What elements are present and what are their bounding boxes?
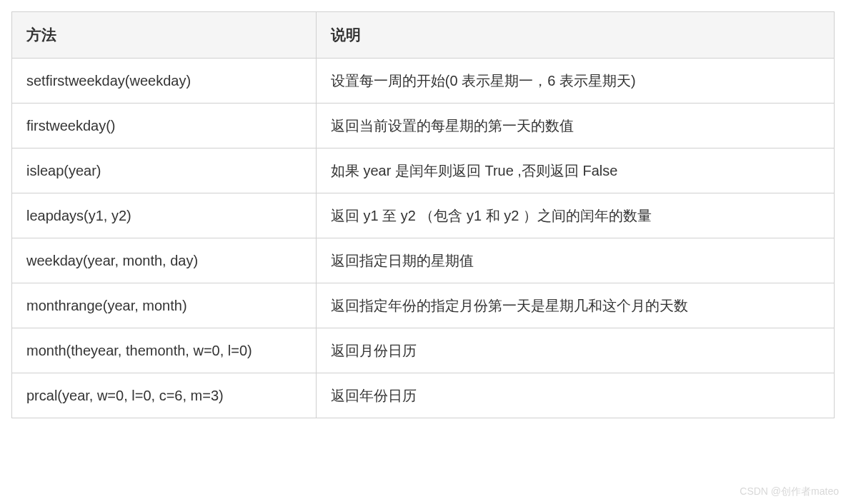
header-description: 说明	[316, 12, 834, 59]
cell-description: 如果 year 是闰年则返回 True ,否则返回 False	[316, 148, 834, 193]
cell-method: isleap(year)	[12, 148, 317, 193]
cell-description: 返回当前设置的每星期的第一天的数值	[316, 103, 834, 148]
table-row: setfirstweekday(weekday) 设置每一周的开始(0 表示星期…	[12, 58, 835, 103]
table-row: weekday(year, month, day) 返回指定日期的星期值	[12, 238, 835, 283]
cell-description: 设置每一周的开始(0 表示星期一，6 表示星期天)	[316, 58, 834, 103]
cell-method: month(theyear, themonth, w=0, l=0)	[12, 328, 317, 373]
methods-table: 方法 说明 setfirstweekday(weekday) 设置每一周的开始(…	[11, 11, 835, 418]
cell-description: 返回年份日历	[316, 373, 834, 418]
table-row: prcal(year, w=0, l=0, c=6, m=3) 返回年份日历	[12, 373, 835, 418]
watermark-text: CSDN @创作者mateo	[740, 485, 839, 498]
table-header-row: 方法 说明	[12, 12, 835, 59]
table-row: isleap(year) 如果 year 是闰年则返回 True ,否则返回 F…	[12, 148, 835, 193]
cell-method: weekday(year, month, day)	[12, 238, 317, 283]
cell-method: setfirstweekday(weekday)	[12, 58, 317, 103]
table-row: monthrange(year, month) 返回指定年份的指定月份第一天是星…	[12, 283, 835, 328]
cell-method: firstweekday()	[12, 103, 317, 148]
cell-method: leapdays(y1, y2)	[12, 193, 317, 238]
cell-description: 返回 y1 至 y2 （包含 y1 和 y2 ）之间的闰年的数量	[316, 193, 834, 238]
cell-method: prcal(year, w=0, l=0, c=6, m=3)	[12, 373, 317, 418]
cell-description: 返回月份日历	[316, 328, 834, 373]
table-row: firstweekday() 返回当前设置的每星期的第一天的数值	[12, 103, 835, 148]
cell-method: monthrange(year, month)	[12, 283, 317, 328]
cell-description: 返回指定日期的星期值	[316, 238, 834, 283]
table-row: leapdays(y1, y2) 返回 y1 至 y2 （包含 y1 和 y2 …	[12, 193, 835, 238]
cell-description: 返回指定年份的指定月份第一天是星期几和这个月的天数	[316, 283, 834, 328]
table-row: month(theyear, themonth, w=0, l=0) 返回月份日…	[12, 328, 835, 373]
header-method: 方法	[12, 12, 317, 59]
